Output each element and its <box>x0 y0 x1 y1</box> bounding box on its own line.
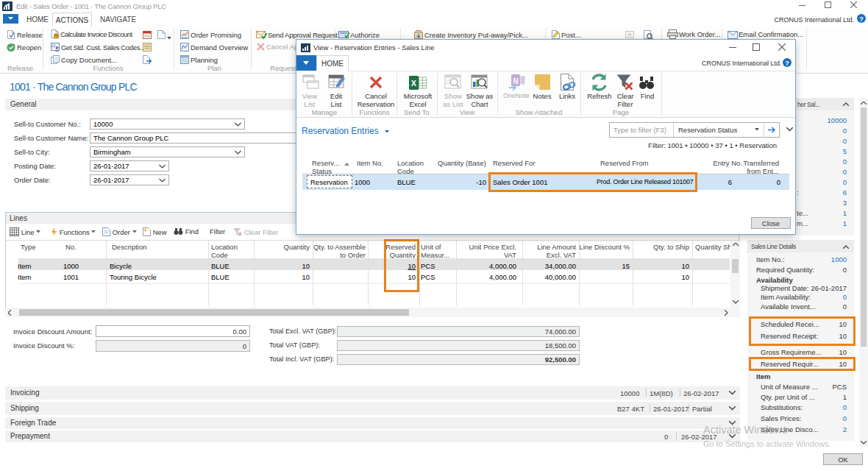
svg-text:?: ? <box>785 60 789 67</box>
svg-text:%: % <box>54 33 59 38</box>
svg-text:X: X <box>411 79 417 88</box>
svg-text:12: 12 <box>51 43 56 48</box>
svg-text:N: N <box>513 77 518 85</box>
svg-text:?: ? <box>859 15 864 23</box>
